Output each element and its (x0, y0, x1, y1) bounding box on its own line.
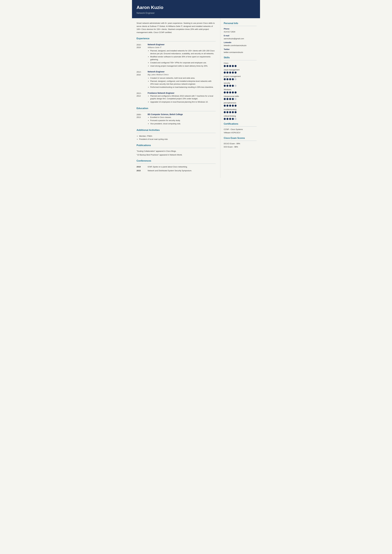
entry-company: Williams-Seile IT (148, 46, 216, 49)
list-item: Planned and configured a Windows 2010 ne… (150, 95, 216, 100)
skill-dot-filled (229, 85, 231, 87)
skill-name: cloud management (224, 68, 257, 71)
entry-bullets: Planned, designed, and installed network… (148, 49, 216, 67)
skill-dots (224, 118, 257, 120)
resume-page: Aaron Kuzio Network Engineer Smart netwo… (132, 0, 260, 178)
entry-bullets: Planned and configured a Windows 2010 ne… (148, 95, 216, 103)
skill-dot-filled (229, 91, 231, 93)
email-label: E-mail (224, 34, 257, 37)
skill-dot-filled (229, 78, 231, 80)
entry-title: BS Computer Science, Beloit College (148, 113, 216, 116)
conference-text: ICNP, Spoke on a panel about Cisco netwo… (148, 165, 188, 168)
skill-name: perceptiveness (224, 101, 257, 104)
entry-item: 2009 - 2013BS Computer Science, Beloit C… (137, 113, 216, 126)
skill-dot-filled (224, 91, 226, 93)
activities-heading: Additional Activities (137, 128, 216, 132)
education-entries: 2009 - 2013BS Computer Science, Beloit C… (137, 113, 216, 126)
list-item: Planned, designed, configured, and insta… (150, 80, 216, 85)
entry-content: Network EngineerWilliams-Seile ITPlanned… (148, 43, 216, 68)
skill-name: troubleshooting (224, 108, 257, 111)
skill-row: troubleshooting (224, 108, 257, 113)
sidebar-column: Personal Info Phone 414-617-2634 E-mail … (220, 18, 260, 178)
skill-dot-filled (229, 71, 231, 74)
skill-dot-filled (224, 98, 226, 100)
skill-dot-filled (232, 65, 234, 67)
skill-dot-filled (229, 98, 231, 100)
skill-name: interpersonal skills (224, 95, 257, 98)
conferences-list: 2019ICNP, Spoke on a panel about Cisco n… (137, 165, 216, 172)
exam-item: DCII Exam - 98% (224, 146, 257, 148)
skill-row: cloud management (224, 68, 257, 74)
linkedin-value: linkedin.com/in/aaronzkuzio (224, 44, 257, 47)
skill-dot-filled (224, 105, 226, 107)
phone-label: Phone (224, 28, 257, 30)
linkedin-label: LinkedIn (224, 41, 257, 44)
skill-dots (224, 111, 257, 113)
skill-dot-filled (235, 91, 237, 93)
entry-bullets: Excelled in Cisco classes.Pursued a pass… (148, 116, 216, 125)
skill-dot-filled (235, 65, 237, 67)
conference-year: 2019 (137, 165, 145, 168)
entry-content: Network EngineerBig Lakes Medical Clinic… (148, 70, 216, 89)
entry-title: Network Engineer (148, 70, 216, 73)
skill-name: project management (224, 75, 257, 78)
certifications-section: Certifications CCNP - Cisco SystemsVMwar… (224, 122, 257, 134)
activities-list: Member, ITNEAPresident of local road cyc… (137, 135, 216, 141)
list-item: Planned, designed, and installed network… (150, 49, 216, 55)
skills-list: Ciscocloud managementproject managements… (224, 62, 257, 120)
list-item: Created and configured 700+ VPNs for cor… (150, 61, 216, 64)
entry-dates: 2014 - 2016 (137, 70, 145, 89)
publication-item: "Scaling Collaboration" appeared in Cisc… (137, 150, 216, 153)
personal-info-section: Personal Info Phone 414-617-2634 E-mail … (224, 22, 257, 54)
skill-dot-filled (229, 118, 231, 120)
certification-item: VMware VCP6-DCV (224, 131, 257, 134)
cisco-exam-section: Cisco Exam Scores DCUCI Exam - 99%DCII E… (224, 136, 257, 148)
skill-dot-filled (226, 65, 228, 67)
skill-dot-filled (235, 111, 237, 113)
skill-dot-filled (226, 111, 228, 113)
skill-dot-filled (226, 105, 228, 107)
candidate-name: Aaron Kuzio (137, 4, 255, 11)
cisco-exam-heading: Cisco Exam Scores (224, 136, 257, 140)
entry-item: 2016 - 2019Network EngineerWilliams-Seil… (137, 43, 216, 68)
list-item: Used strong project management skills to… (150, 65, 216, 67)
body-wrap: Smart network administrator with 6+ year… (132, 18, 260, 178)
activities-divider (137, 133, 216, 133)
list-item: Member, ITNEA (139, 135, 216, 138)
skills-divider (224, 60, 257, 60)
conference-item: 2019ICNP, Spoke on a panel about Cisco n… (137, 165, 216, 168)
skill-dot-filled (232, 118, 234, 120)
education-divider (137, 111, 216, 111)
skill-dots (224, 65, 257, 67)
skill-dot-filled (224, 118, 226, 120)
skill-dot-empty (235, 118, 237, 120)
skill-dot-filled (232, 111, 234, 113)
certifications-heading: Certifications (224, 122, 257, 126)
skill-name: critical thinking (224, 115, 257, 118)
publications-section: Publications "Scaling Collaboration" app… (137, 144, 216, 156)
skill-row: Cisco (224, 62, 257, 67)
conference-year: 2015 (137, 169, 145, 172)
skill-dot-filled (224, 111, 226, 113)
skill-dot-filled (226, 85, 228, 87)
personal-info-heading: Personal Info (224, 22, 257, 25)
list-item: President of local road cycling club. (139, 138, 216, 141)
skill-dots (224, 78, 257, 80)
skill-dots (224, 91, 257, 93)
skill-dot-empty (235, 78, 237, 80)
skill-name: Cisco (224, 62, 257, 65)
skill-name: Windows (224, 88, 257, 91)
conferences-section: Conferences 2019ICNP, Spoke on a panel a… (137, 159, 216, 172)
personal-info-divider (224, 26, 257, 26)
activities-section: Additional Activities Member, ITNEAPresi… (137, 128, 216, 141)
skill-dot-filled (224, 65, 226, 67)
entry-item: 2013 - 2014Freelance Network EngineerPla… (137, 91, 216, 104)
conferences-heading: Conferences (137, 159, 216, 163)
publications-list: "Scaling Collaboration" appeared in Cisc… (137, 150, 216, 156)
skill-dot-filled (235, 105, 237, 107)
experience-entries: 2016 - 2019Network EngineerWilliams-Seil… (137, 43, 216, 104)
skill-row: interpersonal skills (224, 95, 257, 100)
twitter-value: twitter.com/aaronzkuzio (224, 51, 257, 54)
skill-name: security (224, 82, 257, 84)
skill-dot-filled (232, 91, 234, 93)
